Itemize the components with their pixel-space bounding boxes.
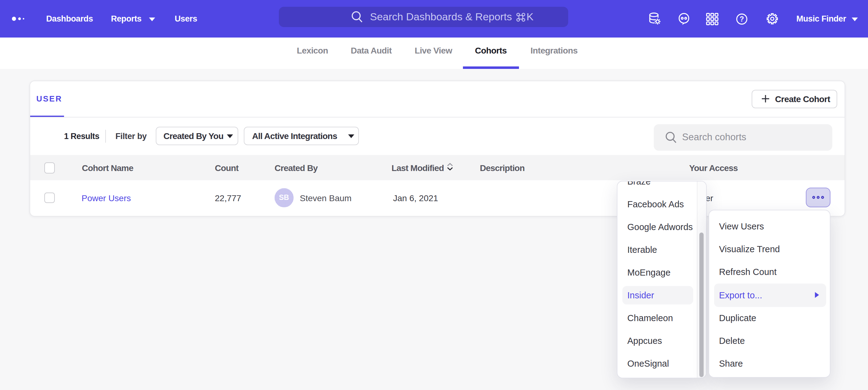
svg-text:?: ?	[740, 15, 744, 23]
